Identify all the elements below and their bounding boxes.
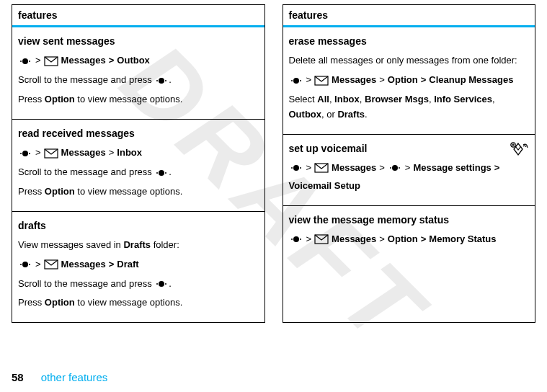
sep: >	[379, 161, 385, 176]
svg-point-2	[29, 61, 30, 62]
left-column: features view sent messages > Messages >…	[12, 4, 265, 323]
intro-line: Delete all messages or only messages fro…	[289, 53, 530, 68]
svg-point-34	[399, 167, 400, 169]
page-footer: 58other features	[12, 371, 107, 383]
text: .	[169, 278, 172, 289]
section-read-received: read received messages > Messages > Inbo…	[12, 120, 264, 212]
svg-point-15	[22, 262, 28, 267]
instruction-line: Press Option to view message options.	[18, 295, 259, 311]
path-mid: Option	[388, 232, 418, 247]
page-number: 58	[12, 371, 24, 383]
path-messages: Messages	[61, 257, 106, 272]
nav-path: > Messages > Inbox	[18, 146, 259, 161]
svg-point-0	[20, 61, 22, 62]
svg-point-9	[29, 153, 30, 154]
text: folder:	[151, 239, 179, 250]
instruction-line: Scroll to the message and press .	[18, 277, 259, 292]
text: ,	[492, 94, 495, 104]
sep: >	[421, 73, 427, 88]
softkey-label: Option	[45, 186, 75, 197]
select-line: Select All, Inbox, Browser Msgs, Info Se…	[289, 92, 530, 122]
opt: Drafts	[337, 109, 365, 120]
text: .	[365, 109, 368, 120]
svg-point-22	[293, 78, 299, 84]
center-select-icon	[154, 76, 169, 85]
svg-point-5	[159, 78, 164, 84]
path-messages: Messages	[332, 161, 376, 176]
svg-point-1	[22, 58, 28, 64]
text: to view message options.	[75, 94, 183, 104]
envelope-icon	[44, 259, 58, 270]
envelope-icon	[314, 234, 329, 244]
opt: Info Services	[434, 94, 492, 104]
sep: >	[306, 161, 312, 176]
path-messages: Messages	[61, 53, 106, 68]
path-dest: Draft	[117, 257, 138, 272]
path-dest: Inbox	[117, 146, 142, 161]
svg-point-14	[20, 264, 22, 265]
svg-point-6	[165, 80, 166, 81]
sep: >	[494, 161, 500, 176]
opt: Inbox	[334, 94, 360, 104]
svg-point-37	[300, 239, 301, 240]
nav-path: > Messages > Draft	[18, 257, 259, 272]
sep: >	[379, 73, 385, 88]
path-messages: Messages	[332, 73, 376, 88]
section-erase: erase messages Delete all messages or on…	[283, 27, 535, 135]
opt: Outbox	[289, 109, 322, 120]
instruction-line: Press Option to view message options.	[18, 184, 259, 200]
text: .	[169, 74, 172, 85]
text: ,	[360, 94, 365, 104]
nav-path: > Messages > Option > Cleanup Messages	[289, 73, 530, 88]
center-select-icon	[18, 260, 32, 269]
path-messages: Messages	[61, 146, 106, 161]
text: .	[169, 166, 172, 177]
svg-point-29	[293, 165, 299, 171]
text: Press	[18, 186, 45, 197]
svg-point-8	[22, 151, 28, 156]
sep: >	[35, 257, 41, 272]
text: , or	[321, 109, 337, 120]
left-header: features	[12, 5, 264, 27]
sep: >	[421, 232, 427, 247]
text: to view message options.	[75, 186, 183, 197]
text: Scroll to the message and press	[18, 74, 154, 85]
center-select-icon	[289, 76, 303, 85]
sep: >	[35, 146, 41, 161]
text: Scroll to the message and press	[18, 278, 154, 289]
section-title: set up voicemail	[289, 141, 530, 156]
svg-point-16	[29, 264, 30, 265]
sep: >	[306, 73, 312, 88]
text: Select	[289, 94, 318, 104]
sep: >	[405, 161, 411, 176]
path-dest: Cleanup Messages	[429, 73, 513, 88]
sep: >	[109, 257, 115, 272]
folder-name: Drafts	[123, 239, 151, 250]
softkey-label: Option	[45, 94, 75, 104]
instruction-line: Scroll to the message and press .	[18, 73, 259, 88]
center-select-icon	[289, 164, 303, 172]
text: Press	[18, 94, 45, 104]
envelope-icon	[44, 56, 58, 66]
path-mid: Option	[388, 73, 418, 88]
sep: >	[109, 53, 115, 68]
svg-point-32	[390, 167, 391, 169]
svg-point-19	[159, 281, 164, 287]
softkey-label: Option	[45, 297, 75, 308]
section-drafts: drafts View messages saved in Drafts fol…	[12, 212, 264, 323]
center-select-icon	[18, 57, 32, 66]
svg-point-21	[291, 80, 293, 81]
nav-path: > Messages > > Message settings > Voicem…	[289, 161, 505, 194]
right-header: features	[283, 5, 535, 27]
path-mid: Message settings	[413, 161, 491, 176]
instruction-line: Scroll to the message and press .	[18, 165, 259, 180]
network-feature-icon	[507, 139, 529, 161]
text: Press	[18, 297, 45, 308]
section-title: drafts	[18, 218, 259, 233]
section-title: view sent messages	[18, 33, 259, 49]
path-dest: Voicemail Setup	[289, 179, 360, 194]
svg-point-33	[392, 165, 398, 171]
text: Scroll to the message and press	[18, 166, 154, 177]
svg-point-20	[165, 283, 166, 285]
envelope-icon	[44, 148, 58, 159]
